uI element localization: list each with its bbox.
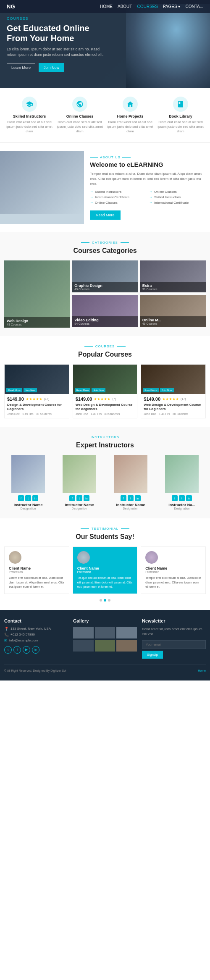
facebook-icon-3[interactable]: f (121, 495, 126, 501)
footer-phone: 📞 +012 345 57890 (4, 633, 68, 637)
course-read-more-2[interactable]: Read More (75, 388, 91, 392)
footer-contact-col: Contact 📍 133 Street, New York, USA 📞 +0… (4, 618, 68, 659)
category-item-web-design[interactable]: Web Design 49 Courses (4, 260, 70, 328)
linkedin-icon-4[interactable]: in (186, 495, 192, 501)
feature-desc-2: Diam erat kasd sed at alit sed ipsum jus… (56, 120, 103, 134)
instructor-photo-2 (63, 455, 96, 493)
gallery-thumb-5[interactable] (95, 640, 116, 652)
nav-contact[interactable]: CONTA... (185, 4, 203, 9)
course-reviews-1: (17) (44, 397, 49, 400)
instructor-role-2: Designation (55, 507, 103, 510)
testimonial-dot-3[interactable] (108, 599, 110, 602)
about-list-item: Online Classes (90, 201, 145, 205)
category-item-col3-top[interactable]: Extra 30 Courses (140, 260, 206, 292)
course-card-2: Read More Join Now $149.00 ★★★★★ (7) Web… (73, 364, 138, 419)
course-meta-1: John Doe 1.49 Hrs 30 Students (7, 412, 66, 415)
footer-newsletter-desc: Dolor amet sit justo amet elitr clita ip… (142, 627, 206, 637)
client-avatar-3 (145, 551, 158, 564)
nav-links: HOME ABOUT COURSES PAGES ▾ CONTA... (100, 4, 203, 9)
course-hours-2: 1.49 Hrs (91, 412, 102, 415)
course-hours-3: 1.41 Hrs (159, 412, 170, 415)
nav-courses[interactable]: COURSES (137, 4, 158, 9)
course-thumb-2: Read More Join Now (73, 365, 137, 394)
feature-item-3: Home Projects Diam erat kasd sed at alit… (105, 97, 155, 134)
email-icon: ✉ (4, 638, 8, 643)
nav-home[interactable]: HOME (100, 4, 113, 9)
twitter-icon-3[interactable]: t (128, 495, 134, 501)
course-read-more-3[interactable]: Read More (143, 388, 159, 392)
testimonial-dot-2[interactable] (104, 599, 106, 602)
newsletter-email-input[interactable] (142, 640, 206, 649)
course-join-now-1[interactable]: Join Now (24, 388, 37, 392)
footer-facebook-icon[interactable]: f (13, 646, 21, 654)
about-list-right: Online Classes Skilled Instructors Inter… (149, 190, 204, 206)
feature-title-3: Home Projects (107, 114, 154, 118)
course-students-1: 30 Students (36, 412, 51, 415)
courses-grid: Read More Join Now $149.00 ★★★★★ (17) De… (4, 364, 206, 419)
course-title-2: Web Design & Development Course for Begi… (76, 403, 135, 412)
home-icon (123, 97, 138, 112)
twitter-icon-4[interactable]: t (179, 495, 185, 501)
footer-gallery-col: Gallery (73, 618, 137, 659)
course-body-1: $149.00 ★★★★★ (17) Design & Development … (5, 394, 69, 418)
category-item-online[interactable]: Online M... 49 Courses (140, 295, 206, 327)
testimonial-dot-1[interactable] (100, 599, 102, 602)
nav-pages[interactable]: PAGES ▾ (163, 4, 181, 9)
facebook-icon-2[interactable]: f (69, 495, 75, 501)
course-read-more-1[interactable]: Read More (6, 388, 22, 392)
about-list-item: Online Classes (149, 190, 204, 194)
course-thumb-1: Read More Join Now (5, 365, 69, 394)
hero-section: COURSES Get Educated Online From Your Ho… (0, 0, 210, 88)
about-read-more-button[interactable]: Read More (90, 210, 121, 220)
twitter-icon-1[interactable]: t (25, 495, 31, 501)
hero-title: Get Educated Online From Your Home (7, 23, 111, 43)
facebook-icon-1[interactable]: f (18, 495, 24, 501)
facebook-icon-4[interactable]: f (172, 495, 178, 501)
nav-about[interactable]: ABOUT (118, 4, 132, 9)
testimonial-card-2: Client Name Profession Tat-que sed ato r… (73, 546, 138, 594)
gallery-thumb-2[interactable] (95, 627, 116, 638)
feature-title-4: Book Library (157, 114, 204, 118)
footer-newsletter-title: Newsletter (142, 618, 206, 623)
footer-twitter-icon[interactable]: t (4, 646, 12, 654)
course-thumb-btns-3: Read More Join Now (143, 388, 173, 392)
course-join-now-2[interactable]: Join Now (92, 388, 105, 392)
instructor-role-1: Designation (4, 507, 52, 510)
footer-home-link[interactable]: Home (198, 669, 206, 672)
gallery-thumb-6[interactable] (116, 640, 137, 652)
location-icon: 📍 (4, 627, 9, 631)
linkedin-icon-2[interactable]: in (84, 495, 89, 501)
graduation-cap-icon (22, 97, 37, 112)
instructors-grid: f t in Instructor Name Designation f t i… (4, 455, 206, 510)
footer-copyright: © All Right Reserved. Designed By Digiti… (4, 669, 66, 672)
footer-youtube-icon[interactable]: ▶ (23, 646, 30, 654)
testimonials-grid: Client Name Profession Lorem erat atio r… (4, 546, 206, 594)
testimonials-title: Our Students Say! (4, 533, 206, 541)
feature-title-2: Online Classes (56, 114, 103, 118)
hero-learn-more-button[interactable]: Learn More (7, 63, 35, 72)
category-item-video-editing[interactable]: Video Editing 54 Courses (72, 295, 138, 327)
linkedin-icon-1[interactable]: in (32, 495, 38, 501)
footer-gallery-title: Gallery (73, 618, 137, 623)
gallery-thumb-3[interactable] (116, 627, 137, 638)
footer-grid: Contact 📍 133 Street, New York, USA 📞 +0… (4, 618, 206, 659)
feature-item-2: Online Classes Diam erat kasd sed at ali… (55, 97, 105, 134)
course-thumb-btns-2: Read More Join Now (75, 388, 105, 392)
gallery-thumb-4[interactable] (73, 640, 94, 652)
course-join-now-3[interactable]: Join Now (160, 388, 174, 392)
instructor-name-2: Instructor Name (55, 503, 103, 507)
hero-join-now-button[interactable]: Join Now (39, 63, 64, 72)
about-list-item: Skilled Instructors (90, 190, 145, 194)
twitter-icon-2[interactable]: t (76, 495, 82, 501)
footer-linkedin-icon[interactable]: in (32, 646, 39, 654)
course-meta-2: John Doe 1.49 Hrs 30 Students (76, 412, 135, 415)
gallery-thumb-1[interactable] (73, 627, 94, 638)
instructor-photo-3 (114, 455, 147, 493)
testimonial-text-3: Tempor erat atio rebum at clita. Diam do… (145, 576, 201, 589)
instructor-photo-1 (11, 455, 45, 493)
newsletter-signup-button[interactable]: SignUp (142, 651, 163, 659)
linkedin-icon-3[interactable]: in (135, 495, 141, 501)
category-item-graphic-design[interactable]: Graphic Design 49 Courses (72, 260, 138, 292)
client-role-3: Profession (145, 570, 201, 573)
nav-logo: NG (7, 3, 15, 10)
